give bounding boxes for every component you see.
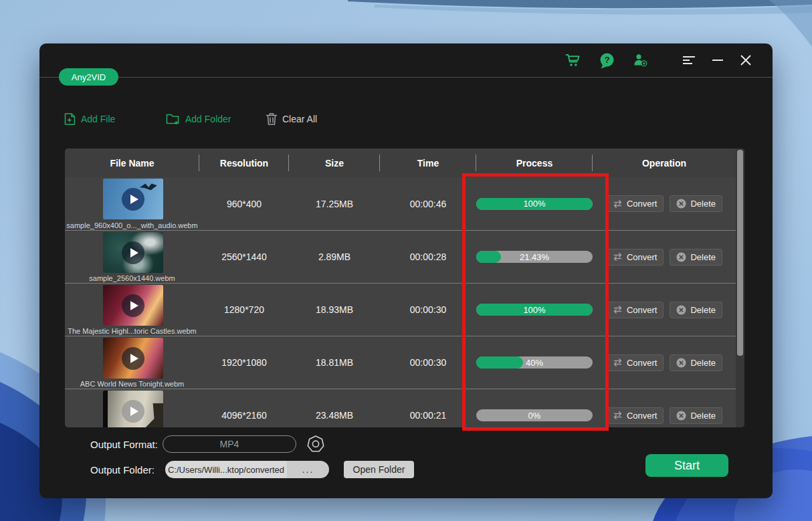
format-settings-button[interactable] — [306, 434, 326, 454]
file-cell — [65, 389, 199, 427]
minimize-button[interactable] — [708, 51, 727, 70]
convert-button[interactable]: Convert — [606, 302, 664, 318]
play-icon[interactable] — [122, 241, 144, 264]
desktop: ? — [0, 0, 812, 521]
video-thumbnail[interactable] — [103, 179, 163, 219]
video-thumbnail[interactable] — [103, 232, 163, 273]
delete-button[interactable]: Delete — [670, 302, 722, 318]
add-file-icon — [64, 112, 76, 126]
table-body: sample_960x400_o..._with_audio.webm 960*… — [65, 177, 744, 427]
output-format-label: Output Format: — [90, 439, 158, 450]
resolution-value: 960*400 — [199, 177, 289, 230]
delete-icon — [676, 305, 686, 315]
delete-icon — [676, 358, 686, 368]
resolution-value: 1920*1080 — [199, 336, 289, 389]
close-button[interactable] — [736, 51, 755, 70]
col-size: Size — [289, 148, 380, 177]
minimize-icon — [712, 55, 723, 66]
delete-button[interactable]: Delete — [670, 195, 722, 212]
convert-label: Convert — [627, 358, 657, 368]
delete-label: Delete — [690, 305, 716, 315]
menu-icon — [683, 56, 696, 65]
svg-text:?: ? — [604, 55, 609, 65]
app-window: ? — [39, 43, 773, 498]
convert-button[interactable]: Convert — [606, 249, 664, 266]
scrollbar-track[interactable] — [736, 148, 744, 427]
convert-label: Convert — [627, 252, 657, 262]
delete-button[interactable]: Delete — [670, 354, 722, 371]
delete-icon — [676, 252, 686, 262]
size-value: 17.25MB — [289, 177, 380, 230]
titlebar-divider — [39, 77, 773, 78]
help-icon: ? — [599, 52, 615, 69]
size-value: 18.81MB — [289, 336, 380, 389]
convert-button[interactable]: Convert — [606, 195, 664, 212]
size-value: 2.89MB — [289, 231, 380, 283]
menu-button[interactable] — [680, 51, 699, 70]
file-cell: sample_960x400_o..._with_audio.webm — [65, 177, 199, 230]
start-button[interactable]: Start — [645, 454, 728, 477]
app-badge: Any2VID — [59, 68, 118, 86]
output-folder-label: Output Folder: — [90, 464, 155, 476]
output-folder-group: C:/Users/Willi...ktop/converted ... — [165, 461, 329, 478]
operation-cell: Convert Delete — [593, 231, 736, 283]
output-folder-path[interactable]: C:/Users/Willi...ktop/converted — [165, 461, 287, 478]
convert-button[interactable]: Convert — [606, 407, 664, 424]
clear-all-button[interactable]: Clear All — [266, 110, 317, 128]
delete-label: Delete — [690, 411, 716, 421]
delete-label: Delete — [690, 252, 716, 262]
table-row: sample_2560x1440.webm 2560*1440 2.89MB 0… — [65, 230, 744, 283]
delete-button[interactable]: Delete — [670, 249, 722, 266]
file-name: sample_2560x1440.webm — [65, 274, 199, 282]
video-thumbnail[interactable] — [103, 391, 163, 427]
operation-cell: Convert Delete — [593, 389, 736, 427]
play-icon[interactable] — [122, 347, 144, 370]
size-value: 23.48MB — [289, 389, 380, 427]
resolution-value: 4096*2160 — [199, 389, 289, 427]
convert-label: Convert — [627, 199, 657, 209]
output-format-select[interactable]: MP4 — [163, 435, 296, 453]
add-file-button[interactable]: Add File — [64, 110, 115, 128]
add-folder-icon — [166, 112, 181, 126]
trash-icon — [266, 112, 278, 126]
table-row: The Majestic Highl...toric Castles.webm … — [65, 283, 744, 336]
convert-icon — [613, 199, 623, 209]
add-user-button[interactable] — [631, 51, 649, 70]
file-name: ABC World News Tonight.webm — [65, 380, 199, 388]
convert-label: Convert — [627, 411, 657, 421]
delete-button[interactable]: Delete — [670, 407, 722, 424]
titlebar: ? — [39, 43, 773, 77]
col-resolution: Resolution — [199, 148, 289, 177]
convert-icon — [613, 305, 623, 314]
convert-button[interactable]: Convert — [606, 354, 664, 371]
video-thumbnail[interactable] — [103, 285, 163, 326]
close-icon — [740, 55, 751, 66]
size-value: 18.93MB — [289, 284, 380, 336]
video-thumbnail[interactable] — [103, 338, 163, 379]
table-row: ABC World News Tonight.webm 1920*1080 18… — [65, 336, 744, 389]
col-file-name: File Name — [65, 148, 199, 177]
file-table: File Name Resolution Size Time Process O… — [65, 148, 744, 427]
operation-cell: Convert Delete — [593, 336, 736, 389]
open-folder-button[interactable]: Open Folder — [344, 461, 414, 478]
help-button[interactable]: ? — [597, 51, 616, 70]
file-name: sample_960x400_o..._with_audio.webm — [65, 221, 199, 229]
play-icon[interactable] — [122, 294, 144, 317]
file-cell: sample_2560x1440.webm — [65, 231, 199, 283]
table-row: 4096*2160 23.48MB 00:00:21 0% Convert — [65, 389, 744, 427]
convert-label: Convert — [627, 305, 657, 315]
play-icon[interactable] — [122, 188, 144, 211]
cart-button[interactable] — [564, 51, 583, 70]
operation-cell: Convert Delete — [593, 177, 736, 230]
play-icon[interactable] — [122, 400, 144, 423]
convert-icon — [613, 358, 623, 367]
add-folder-label: Add Folder — [185, 114, 231, 124]
col-operation: Operation — [593, 148, 736, 177]
scrollbar-thumb[interactable] — [737, 150, 743, 356]
clear-all-label: Clear All — [282, 114, 317, 124]
file-name: The Majestic Highl...toric Castles.webm — [65, 327, 199, 335]
delete-label: Delete — [690, 358, 716, 368]
add-folder-button[interactable]: Add Folder — [166, 110, 231, 128]
table-row: sample_960x400_o..._with_audio.webm 960*… — [65, 177, 744, 230]
browse-button[interactable]: ... — [287, 461, 329, 478]
